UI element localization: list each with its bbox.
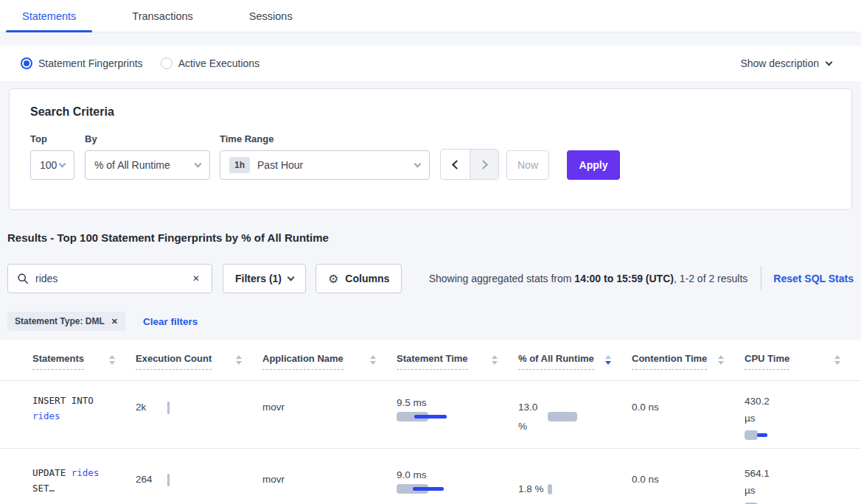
column-header-application-name[interactable]: Application Name [262, 353, 397, 370]
now-button[interactable]: Now [506, 150, 549, 180]
column-header-statements[interactable]: Statements [32, 353, 136, 370]
statement-link-rides[interactable]: rides [72, 467, 100, 478]
aggregated-stats-text: Showing aggregated stats from 14:00 to 1… [429, 273, 748, 284]
pct-runtime-cell: 13.0 % [518, 393, 632, 441]
sort-icon [834, 355, 840, 365]
execution-count-bar [167, 474, 170, 486]
execution-count-cell: 2k [136, 402, 262, 441]
by-select[interactable]: % of All Runtime [85, 150, 210, 180]
column-header-cpu-time[interactable]: CPU Time [745, 353, 861, 370]
column-header-label: CPU Time [745, 353, 789, 370]
show-description-toggle[interactable]: Show description [740, 57, 832, 69]
statement-time-cell: 9.0 ms [397, 469, 518, 504]
apply-button[interactable]: Apply [567, 150, 620, 180]
stats-prefix: Showing aggregated stats from [429, 273, 575, 284]
column-header-label: Application Name [262, 353, 344, 370]
tab-statements-label: Statements [22, 10, 76, 22]
statement-time-value: 9.5 ms [397, 397, 427, 408]
chevron-down-icon [414, 160, 422, 167]
tab-transactions-label: Transactions [132, 10, 192, 22]
execution-count-cell: 264 [136, 474, 262, 504]
gear-icon: ⚙ [328, 272, 338, 286]
pct-runtime-bar [548, 412, 577, 421]
stats-time-range: 14:00 to 15:59 (UTC) [574, 273, 674, 284]
statement-link-rides[interactable]: rides [32, 410, 60, 421]
time-next-button[interactable] [470, 150, 498, 179]
section-gap [0, 32, 861, 46]
chevron-down-icon [195, 160, 202, 167]
contention-time-cell: 0.0 ns [632, 402, 745, 441]
bar-blue [414, 415, 447, 419]
filters-button[interactable]: Filters (1) [223, 264, 306, 293]
pct-runtime-bar [548, 484, 552, 494]
radio-statement-fingerprints-label: Statement Fingerprints [38, 57, 143, 69]
by-control: By % of All Runtime [85, 133, 210, 180]
top-select[interactable]: 100 [30, 150, 74, 180]
application-name-value: movr [262, 474, 285, 485]
column-header-contention-time[interactable]: Contention Time [632, 353, 745, 370]
execution-count-value: 264 [136, 474, 153, 485]
reset-sql-stats-link[interactable]: Reset SQL Stats [773, 273, 854, 284]
top-label: Top [30, 133, 74, 144]
sql-text: SET… [32, 483, 55, 494]
pct-runtime-value: 13.0 % [518, 398, 548, 436]
sort-icon [236, 355, 242, 365]
section-gap [0, 81, 861, 88]
execution-count-bar [167, 402, 170, 414]
columns-button[interactable]: ⚙ Columns [316, 264, 402, 293]
column-header-label: Statement Time [397, 353, 468, 370]
pct-runtime-cell: 1.8 % [518, 465, 632, 504]
time-prev-button[interactable] [441, 150, 470, 179]
time-range-badge: 1h [229, 157, 250, 173]
radio-active-executions[interactable]: Active Executions [161, 57, 260, 69]
search-icon [17, 273, 29, 284]
clear-filters-link[interactable]: Clear filters [143, 316, 198, 327]
chevron-down-icon [287, 273, 295, 281]
sort-icon [492, 355, 498, 365]
search-criteria-card: Search Criteria Top 100 By % of All Runt… [9, 88, 852, 210]
bar-blue [413, 487, 444, 491]
tab-statements[interactable]: Statements [6, 0, 92, 32]
column-header-execution-count[interactable]: Execution Count [136, 353, 262, 370]
time-range-value: Past Hour [257, 159, 303, 171]
contention-time-cell: 0.0 ns [632, 474, 745, 504]
statement-cell: UPDATE rides SET… [32, 465, 119, 504]
top-select-value: 100 [40, 159, 57, 171]
radio-unselected-icon [161, 57, 172, 69]
tab-sessions[interactable]: Sessions [233, 0, 309, 32]
application-name-cell: movr [262, 402, 397, 441]
contention-time-value: 0.0 ns [632, 402, 659, 413]
radio-selected-icon [21, 57, 32, 69]
radio-statement-fingerprints[interactable]: Statement Fingerprints [21, 57, 143, 69]
sort-icon [718, 355, 724, 365]
tab-transactions[interactable]: Transactions [116, 0, 209, 32]
column-header-statement-time[interactable]: Statement Time [397, 353, 518, 370]
time-range-control: Time Range 1h Past Hour [220, 133, 430, 180]
top-tab-bar: Statements Transactions Sessions [0, 0, 861, 32]
search-input[interactable] [35, 273, 189, 284]
remove-filter-icon[interactable]: ✕ [111, 317, 118, 326]
statement-time-bar [397, 412, 450, 422]
statements-table: Statements Execution Count Application N… [0, 340, 861, 504]
cpu-time-cell: 430.2 µs [745, 393, 861, 441]
clear-search-icon[interactable]: ✕ [189, 272, 203, 285]
results-toolbar: ✕ Filters (1) ⚙ Columns Showing aggregat… [7, 264, 854, 293]
sort-icon [109, 355, 115, 365]
by-select-value: % of All Runtime [94, 159, 170, 171]
apply-button-label: Apply [579, 159, 608, 171]
filters-button-label: Filters (1) [235, 273, 282, 284]
time-range-select[interactable]: 1h Past Hour [220, 150, 430, 180]
search-criteria-controls: Top 100 By % of All Runtime Time Range 1… [30, 133, 831, 180]
view-toggle-row: Statement Fingerprints Active Executions… [0, 46, 861, 81]
stats-area: Showing aggregated stats from 14:00 to 1… [429, 266, 854, 291]
columns-button-label: Columns [345, 273, 389, 284]
bar-blue [757, 433, 767, 437]
contention-time-value: 0.0 ns [632, 474, 659, 485]
time-nav-group [440, 149, 499, 180]
filter-chip-label: Statement Type: DML [15, 316, 105, 326]
results-heading: Results - Top 100 Statement Fingerprints… [7, 231, 854, 244]
column-header-label: % of All Runtime [518, 353, 594, 370]
column-header-pct-runtime[interactable]: % of All Runtime [518, 353, 632, 370]
table-row: INSERT INTO rides 2k movr 9.5 ms 13.0 % … [0, 381, 861, 449]
stats-suffix: , 1-2 of 2 results [674, 273, 747, 284]
